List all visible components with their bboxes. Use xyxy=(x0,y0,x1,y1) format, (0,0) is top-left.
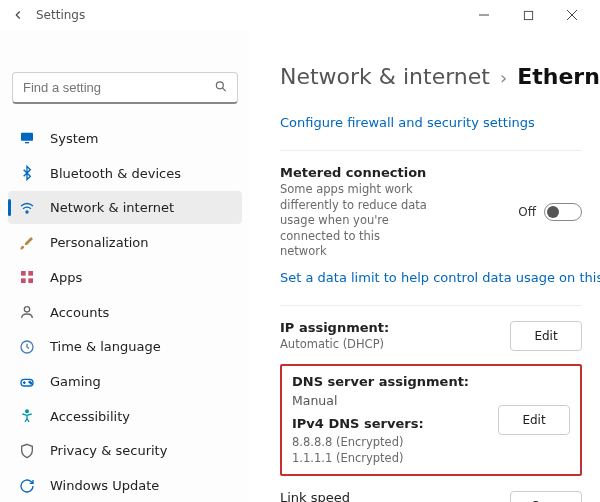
sidebar-item-privacy[interactable]: Privacy & security xyxy=(8,435,242,468)
sidebar-item-apps[interactable]: Apps xyxy=(8,261,242,294)
sidebar-item-update[interactable]: Windows Update xyxy=(8,469,242,502)
svg-rect-8 xyxy=(28,271,33,276)
bluetooth-icon xyxy=(18,165,36,181)
svg-rect-7 xyxy=(21,271,26,276)
back-button[interactable] xyxy=(6,3,30,27)
sidebar-item-label: Accessibility xyxy=(50,409,130,424)
svg-point-16 xyxy=(26,410,29,413)
dns-mode: Manual xyxy=(292,393,498,408)
gaming-icon xyxy=(18,374,36,390)
settings-window: Settings System Blu xyxy=(0,0,600,502)
sidebar-item-network[interactable]: Network & internet xyxy=(8,191,242,224)
ipv4-dns-label: IPv4 DNS servers: xyxy=(292,416,498,431)
sidebar-item-accounts[interactable]: Accounts xyxy=(8,296,242,329)
display-icon xyxy=(18,130,36,146)
metered-row: Metered connection Some apps might work … xyxy=(280,157,582,268)
dns-server-1: 8.8.8.8 (Encrypted) xyxy=(292,435,498,451)
ip-row: IP assignment: Automatic (DHCP) Edit xyxy=(280,312,582,361)
metered-title: Metered connection xyxy=(280,165,510,180)
metered-description: Some apps might work differently to redu… xyxy=(280,182,430,260)
sidebar-item-gaming[interactable]: Gaming xyxy=(8,365,242,398)
search-wrap xyxy=(12,72,238,104)
chevron-right-icon: › xyxy=(500,67,507,88)
ip-value: Automatic (DHCP) xyxy=(280,337,502,353)
linkspeed-row: Link speed (Receive/Transmit): Copy xyxy=(280,482,582,502)
dns-highlight: DNS server assignment: Manual IPv4 DNS s… xyxy=(280,364,582,476)
accessibility-icon xyxy=(18,408,36,424)
titlebar: Settings xyxy=(0,0,600,30)
wifi-icon xyxy=(18,200,36,216)
sidebar-item-label: Bluetooth & devices xyxy=(50,166,181,181)
search-input[interactable] xyxy=(12,72,238,104)
window-title: Settings xyxy=(36,8,85,22)
arrow-left-icon xyxy=(11,8,25,22)
sidebar-item-label: Gaming xyxy=(50,374,101,389)
sidebar-item-label: Personalization xyxy=(50,235,149,250)
svg-rect-4 xyxy=(21,133,33,141)
metered-toggle[interactable] xyxy=(544,203,582,221)
shield-icon xyxy=(18,443,36,459)
ip-title: IP assignment: xyxy=(280,320,502,335)
accounts-icon xyxy=(18,304,36,320)
svg-rect-9 xyxy=(21,279,26,284)
sidebar-item-label: Accounts xyxy=(50,305,109,320)
svg-point-6 xyxy=(26,211,28,213)
sidebar-item-label: Time & language xyxy=(50,339,161,354)
sidebar-item-label: Windows Update xyxy=(50,478,159,493)
breadcrumb: Network & internet › Ethernet xyxy=(280,64,582,89)
sidebar-item-label: Privacy & security xyxy=(50,443,167,458)
update-icon xyxy=(18,478,36,494)
minimize-button[interactable] xyxy=(462,0,506,30)
ip-edit-button[interactable]: Edit xyxy=(510,321,582,351)
sidebar-item-time[interactable]: Time & language xyxy=(8,330,242,363)
clock-icon xyxy=(18,339,36,355)
linkspeed-copy-button[interactable]: Copy xyxy=(510,491,582,502)
dns-server-2: 1.1.1.1 (Encrypted) xyxy=(292,451,498,467)
svg-point-15 xyxy=(30,382,31,383)
sidebar-item-accessibility[interactable]: Accessibility xyxy=(8,400,242,433)
svg-rect-10 xyxy=(28,279,33,284)
svg-point-11 xyxy=(24,307,29,312)
apps-icon xyxy=(18,269,36,285)
close-icon xyxy=(566,9,578,21)
breadcrumb-parent[interactable]: Network & internet xyxy=(280,64,490,89)
main-content: Network & internet › Ethernet Configure … xyxy=(250,30,600,502)
maximize-icon xyxy=(523,10,534,21)
dns-edit-button[interactable]: Edit xyxy=(498,405,570,435)
svg-rect-5 xyxy=(25,142,29,143)
sidebar-item-personalization[interactable]: Personalization xyxy=(8,226,242,259)
sidebar-item-bluetooth[interactable]: Bluetooth & devices xyxy=(8,157,242,190)
linkspeed-title: Link speed (Receive/Transmit): xyxy=(280,490,430,502)
sidebar: System Bluetooth & devices Network & int… xyxy=(0,30,250,502)
minimize-icon xyxy=(478,9,490,21)
dns-title: DNS server assignment: xyxy=(292,374,498,389)
paint-icon xyxy=(18,235,36,251)
sidebar-item-label: Network & internet xyxy=(50,200,174,215)
sidebar-item-system[interactable]: System xyxy=(8,122,242,155)
maximize-button[interactable] xyxy=(506,0,550,30)
data-limit-link[interactable]: Set a data limit to help control data us… xyxy=(280,270,600,285)
page-title: Ethernet xyxy=(517,64,600,89)
sidebar-item-label: Apps xyxy=(50,270,82,285)
close-button[interactable] xyxy=(550,0,594,30)
firewall-link[interactable]: Configure firewall and security settings xyxy=(280,115,535,130)
svg-rect-1 xyxy=(524,11,532,19)
toggle-state-label: Off xyxy=(518,205,536,219)
sidebar-item-label: System xyxy=(50,131,98,146)
